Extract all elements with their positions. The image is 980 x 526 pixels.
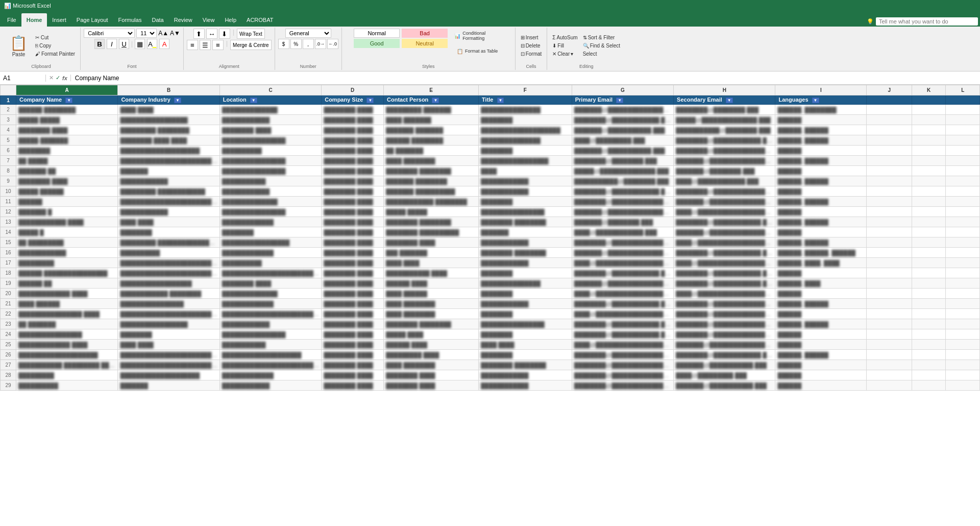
table-row[interactable]: 3█████ █████████████████████████████████… [1,115,980,125]
find-select-button[interactable]: 🔍 Find & Select [581,42,622,50]
list-item[interactable]: ██████████████ [219,289,321,299]
tab-formulas[interactable]: Formulas [113,13,147,27]
list-item[interactable]: ████████████████████ [479,125,572,135]
empty-cell[interactable] [946,319,980,329]
align-middle-button[interactable]: ↔ [206,29,217,39]
list-item[interactable]: ███████████████ [479,135,572,146]
list-item[interactable]: ████████ ████ [322,299,384,309]
list-item[interactable]: ███ ███████ [384,248,479,258]
list-item[interactable]: ████████ ████████ [479,360,572,370]
empty-cell[interactable] [867,299,912,309]
list-item[interactable]: ███████@████████.███ [674,166,775,176]
list-item[interactable]: ████████ ████ [219,278,321,289]
table-row[interactable]: 23██ ███████████████████████████████████… [1,319,980,329]
list-item[interactable]: ██████ [775,380,867,391]
list-item[interactable]: ███████@████████████████████████████████… [572,207,673,217]
empty-cell[interactable] [912,340,946,350]
list-item[interactable]: ██ █████████ [16,237,118,248]
list-item[interactable]: ████████████ [118,207,219,217]
list-item[interactable]: ████████ [479,309,572,319]
list-item[interactable]: █████████████ [219,299,321,309]
table-row[interactable]: 15██ ██████████████████ ████████████████… [1,237,980,248]
tab-home[interactable]: Home [21,13,47,27]
empty-cell[interactable] [912,125,946,135]
empty-cell[interactable] [946,156,980,166]
list-item[interactable]: ████████ [16,146,118,156]
empty-cell[interactable] [912,289,946,299]
list-item[interactable]: ████ ████████ [384,156,479,166]
list-item[interactable]: ██████ [775,360,867,370]
list-item[interactable]: ██████████ [16,380,118,391]
empty-cell[interactable] [912,360,946,370]
table-row[interactable]: 22████████████████ █████████████████████… [1,309,980,319]
empty-cell[interactable] [946,278,980,289]
font-name-select[interactable]: Calibri [84,29,135,38]
list-item[interactable]: ████████@████████████.███ [674,278,775,289]
list-item[interactable]: ████████ ████████ [384,217,479,227]
list-item[interactable]: ███████@███████████.███ [674,360,775,370]
table-row[interactable]: 24██████████████████████████████████████… [1,329,980,340]
list-item[interactable]: ████████████████████████████ [118,197,219,207]
list-item[interactable]: ███████ ████████ [384,176,479,186]
list-item[interactable]: █████ ████ [384,329,479,340]
list-item[interactable]: ██████ ████████ [16,105,118,115]
list-item[interactable]: █████ ██████ [16,186,118,197]
list-item[interactable]: █████████████████ [219,237,321,248]
list-item[interactable]: ██████████ [219,146,321,156]
list-item[interactable]: ██████ [775,146,867,156]
empty-cell[interactable] [912,156,946,166]
header-secondary-email[interactable]: Secondary Email ▼ [674,95,775,105]
list-item[interactable]: ██████ [775,186,867,197]
tab-view[interactable]: View [198,13,220,27]
list-item[interactable]: ████████████ ████████ [118,289,219,299]
tab-page-layout[interactable]: Page Layout [71,13,113,27]
empty-cell[interactable] [867,135,912,146]
list-item[interactable]: ████████ ████████ [479,217,572,227]
list-item[interactable]: ████████@████████████████████████.███ [572,360,673,370]
list-item[interactable]: ██████████████████ [118,278,219,289]
list-item[interactable]: ████████@████████████████.███ [674,299,775,309]
col-header-L[interactable]: L [946,85,980,95]
empty-cell[interactable] [946,237,980,248]
list-item[interactable]: ████████ ████████ [384,319,479,329]
list-item[interactable]: ████████ ████ [322,350,384,360]
tab-file[interactable]: File [2,13,21,27]
list-item[interactable]: ████████ ████ ████ [118,135,219,146]
empty-cell[interactable] [912,146,946,156]
empty-cell[interactable] [867,227,912,237]
list-item[interactable]: ████████@████████████.███ [572,299,673,309]
table-row[interactable]: 20█████████████ ████████████████ ███████… [1,289,980,299]
list-item[interactable]: ████ ████ [384,258,479,268]
list-item[interactable]: ████████████████████████████ [219,360,321,370]
select-button[interactable]: Select [581,50,622,58]
increase-decimal-button[interactable]: .0→ [315,39,326,49]
table-row[interactable]: 6███████████████████████████████████████… [1,146,980,156]
list-item[interactable]: ████████████ [479,237,572,248]
empty-cell[interactable] [946,146,980,156]
table-row[interactable]: 27███████████ █████████ ████████████████… [1,360,980,370]
list-item[interactable]: ████████ [479,197,572,207]
list-item[interactable]: ████████████████ [479,207,572,217]
list-item[interactable]: ████████@████████████.███ [674,350,775,360]
list-item[interactable]: ████@████████████████████.███ [572,289,673,299]
list-item[interactable]: ████████ ████ [322,329,384,340]
list-item[interactable]: ████████@████████████.███ [674,217,775,227]
list-item[interactable]: ████████████████████ [118,146,219,156]
list-item[interactable]: ████@████████████.███ [572,227,673,237]
list-item[interactable]: ████████ ████ [322,135,384,146]
list-item[interactable]: ███████@███████████.███ [572,125,673,135]
list-item[interactable]: █████████ ████████ [118,125,219,135]
list-item[interactable]: ████ ████ [118,105,219,115]
list-item[interactable]: █████-███████ [16,135,118,146]
list-item[interactable]: ████████████████████ [16,350,118,360]
list-item[interactable]: ████@████████████████████.███ [572,340,673,350]
list-item[interactable]: ██████████ [219,258,321,268]
filter-contact-person[interactable]: ▼ [432,98,439,103]
font-size-select[interactable]: 11 [136,29,157,38]
empty-cell[interactable] [867,156,912,166]
empty-cell[interactable] [912,258,946,268]
list-item[interactable]: ███████ █ [16,207,118,217]
tab-insert[interactable]: Insert [47,13,71,27]
table-row[interactable]: 11██████████████████████████████████████… [1,197,980,207]
empty-cell[interactable] [867,207,912,217]
